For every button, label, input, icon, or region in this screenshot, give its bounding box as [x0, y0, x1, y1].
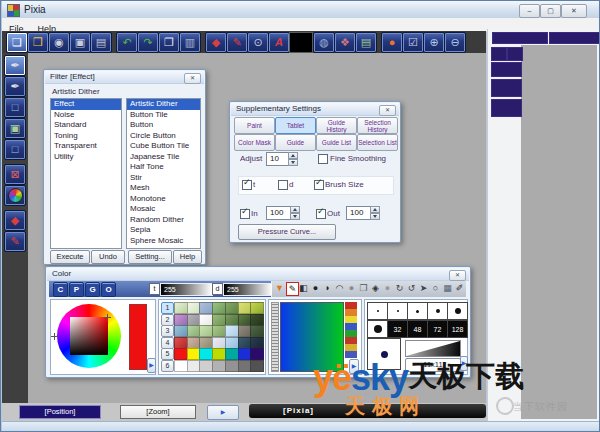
select-rect-2-icon[interactable]: □ — [4, 139, 26, 160]
tab-color-mask[interactable]: Color Mask — [234, 134, 275, 151]
palette-row-5-button[interactable]: 5 — [161, 348, 174, 360]
diamond-icon[interactable]: ◈ — [370, 282, 381, 295]
pressure-wedge[interactable] — [405, 340, 461, 357]
gradient-preview[interactable] — [280, 302, 344, 372]
mode-g-button[interactable]: G — [85, 282, 100, 297]
palette-row-2-button[interactable]: 2 — [161, 314, 174, 326]
mode-c-button[interactable]: C — [53, 282, 68, 297]
copy-icon[interactable]: ❐ — [158, 32, 180, 53]
rotate-cw-icon[interactable]: ↻ — [394, 282, 405, 295]
palette-row-3-button[interactable]: 3 — [161, 325, 174, 337]
tab-tablet[interactable]: Tablet — [275, 117, 316, 134]
filter-dialog-titlebar[interactable]: Filter [Effect] — [45, 71, 204, 84]
gray-circle-icon[interactable]: ● — [346, 282, 357, 295]
effect-item[interactable]: Japanese Tile — [127, 152, 200, 163]
brush-size-cell[interactable] — [407, 302, 428, 320]
tab-paint[interactable]: Paint — [234, 117, 275, 134]
zoom-window-button[interactable]: [Zoom] — [120, 405, 196, 419]
spinner-up[interactable] — [290, 206, 300, 213]
effect-item[interactable]: Button Tile — [127, 110, 200, 121]
execute-button[interactable]: Execute — [50, 250, 90, 264]
grid-icon[interactable]: ▦ — [442, 282, 453, 295]
brush-size-cell[interactable] — [367, 320, 388, 338]
maximize-button[interactable]: ▢ — [540, 4, 561, 18]
supp-dialog-titlebar[interactable]: Supplementary Settings — [231, 103, 399, 116]
spinner-up[interactable] — [288, 152, 298, 159]
category-item[interactable]: Effect — [51, 99, 121, 110]
spinner-down[interactable] — [290, 213, 300, 220]
minimized-bar-1[interactable] — [492, 32, 548, 44]
select-rect-icon[interactable]: □ — [4, 97, 26, 118]
redo-icon[interactable]: ↷ — [137, 32, 159, 53]
rotate-ccw-icon[interactable]: ↺ — [406, 282, 417, 295]
camera-icon[interactable]: ◉ — [48, 32, 70, 53]
out-value[interactable]: 100 — [346, 206, 373, 220]
palette-swatch[interactable] — [250, 302, 264, 314]
undo-button[interactable]: Undo — [91, 250, 125, 264]
color-dialog-titlebar[interactable]: Color — [47, 268, 469, 281]
mode-p-button[interactable]: P — [69, 282, 84, 297]
edit-canvas-icon[interactable]: ☑ — [402, 32, 424, 53]
select-tone-icon[interactable]: ▣ — [4, 118, 26, 139]
help-button[interactable]: Help — [173, 250, 202, 264]
clear-selection-icon[interactable]: ⊠ — [4, 164, 26, 185]
in-value[interactable]: 100 — [266, 206, 293, 220]
category-item[interactable]: Noise — [51, 110, 121, 121]
airbrush-pen-icon[interactable]: ✒ — [4, 55, 26, 76]
note-page-icon[interactable]: ▤ — [355, 32, 377, 53]
minimized-bar-2[interactable] — [549, 32, 600, 44]
palette-swatch[interactable] — [250, 360, 264, 372]
zoom-out-icon[interactable]: ⊖ — [444, 32, 466, 53]
tab-guide-list[interactable]: Guide List — [316, 134, 357, 151]
palette-row-1-button[interactable]: 1 — [161, 302, 174, 314]
effect-item[interactable]: Circle Button — [127, 131, 200, 142]
black-color-swatch[interactable] — [289, 32, 313, 53]
t-slider[interactable]: 255 — [160, 283, 213, 296]
open-folder-icon[interactable]: ❒ — [27, 32, 49, 53]
t-checkbox[interactable]: ✓ — [242, 180, 252, 190]
wheel-expand-button[interactable]: ▶ — [147, 358, 156, 373]
arc-icon[interactable]: ◠ — [334, 282, 345, 295]
color-close-button[interactable]: ✕ — [449, 270, 466, 281]
funnel-icon[interactable]: ▼ — [274, 282, 285, 295]
gradient-expand-button[interactable]: ▶ — [349, 359, 359, 374]
dock-block-1[interactable] — [491, 62, 522, 77]
undo-icon[interactable]: ↶ — [116, 32, 138, 53]
category-item[interactable]: Transparent — [51, 141, 121, 152]
dock-block-3[interactable] — [491, 99, 522, 117]
pen-red-icon[interactable]: ✎ — [4, 231, 26, 252]
tab-guide-history[interactable]: Guide History — [316, 117, 357, 134]
brush-size-cell[interactable] — [387, 302, 408, 320]
out-checkbox[interactable]: ✓ — [316, 209, 326, 219]
category-item[interactable]: Standard — [51, 120, 121, 131]
brush-size-cell[interactable] — [447, 302, 468, 320]
stamp-pen-icon[interactable]: ✐ — [454, 282, 465, 295]
palette-row-4-button[interactable]: 4 — [161, 337, 174, 349]
category-item[interactable]: Toning — [51, 131, 121, 142]
tab-selection-history[interactable]: Selection History — [357, 117, 398, 134]
close-button[interactable]: ✕ — [561, 4, 587, 18]
sv-square[interactable] — [70, 317, 108, 355]
palette-tools-icon[interactable]: ❖ — [334, 32, 356, 53]
effect-item[interactable]: Random Dither — [127, 215, 200, 226]
print-icon[interactable]: ▤ — [90, 32, 112, 53]
d-slider[interactable]: 255 — [223, 283, 273, 296]
d-checkbox[interactable] — [278, 180, 288, 190]
text-tool-icon[interactable]: A — [268, 32, 290, 53]
effect-item[interactable]: Sphere Mosaic — [127, 236, 200, 247]
magnifier-icon[interactable]: ⊙ — [247, 32, 269, 53]
brush-size-checkbox[interactable]: ✓ — [314, 180, 324, 190]
palette-swatch[interactable] — [250, 337, 264, 349]
brush-size-72-cell[interactable]: 72 — [427, 320, 448, 338]
brush-size-32-cell[interactable]: 32 — [387, 320, 408, 338]
pressure-curve-button[interactable]: Pressure Curve... — [238, 224, 336, 240]
setting-button[interactable]: Setting... — [128, 250, 172, 264]
dot-icon[interactable]: ● — [382, 282, 393, 295]
brush-size-48-cell[interactable]: 48 — [407, 320, 428, 338]
airbrush-pen-2-icon[interactable]: ✒ — [4, 76, 26, 97]
spectrum-column[interactable] — [345, 302, 357, 358]
globe-icon[interactable]: ◍ — [313, 32, 335, 53]
effect-item[interactable]: Mesh — [127, 183, 200, 194]
effect-item[interactable]: Monotone — [127, 194, 200, 205]
gradient-scroll-strip[interactable] — [271, 302, 279, 372]
